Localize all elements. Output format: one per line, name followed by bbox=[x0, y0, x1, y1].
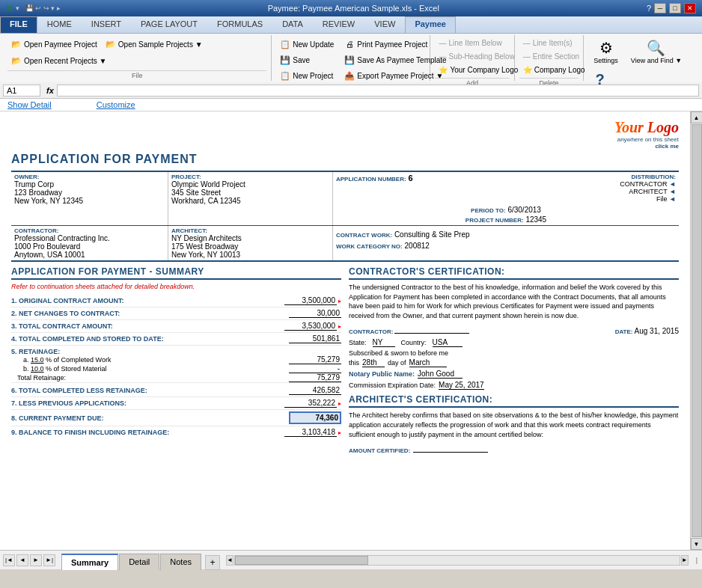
hscroll-right-btn[interactable]: ► bbox=[681, 555, 689, 566]
summary-item-2: 2. Net Changes To Contract: 30,000 bbox=[11, 307, 341, 320]
formula-input[interactable] bbox=[57, 85, 699, 97]
contractor-sign-line bbox=[394, 325, 469, 334]
tab-data[interactable]: DATA bbox=[272, 16, 313, 33]
delete-line-items-btn[interactable]: — Line Item(s) bbox=[519, 37, 589, 49]
contractor-date-row: Contractor: Date: Aug 31, 2015 bbox=[349, 325, 679, 335]
tab-home[interactable]: HOME bbox=[37, 16, 82, 33]
distribution-label: Distribution: bbox=[620, 174, 676, 180]
new-update-btn[interactable]: 📋 New Update bbox=[276, 37, 338, 52]
save-btn[interactable]: 💾 Save bbox=[276, 52, 338, 67]
folder3-icon: 📂 bbox=[11, 56, 22, 67]
show-detail-link[interactable]: Show Detail bbox=[7, 100, 52, 109]
scroll-down-btn[interactable]: ▼ bbox=[691, 538, 703, 550]
item2-value: 30,000 bbox=[289, 309, 341, 318]
your-company-logo-btn[interactable]: ⭐ Your Company Logo bbox=[435, 64, 522, 76]
scroll-up-btn[interactable]: ▲ bbox=[691, 111, 703, 123]
contractors-cert: Contractor's Certification: The undersig… bbox=[349, 266, 679, 390]
retainage-a: a. 15.0 % of Completed Work 75,279 bbox=[11, 355, 341, 364]
certifications-section: Contractor's Certification: The undersig… bbox=[349, 266, 679, 454]
state-value: NY bbox=[373, 338, 395, 347]
nav-prev-btn[interactable]: ◄ bbox=[16, 554, 28, 566]
summary-item-7: 7. Less Previous Applications: 352,222 ▸ bbox=[11, 397, 341, 410]
view-find-btn[interactable]: 🔍 View and Find ▼ bbox=[626, 37, 686, 66]
two-col-section: Application For Payment - Summary Refer … bbox=[11, 266, 679, 454]
title-bar-left: X ▾ 💾 ↩ ↪ ▾ ▸ bbox=[6, 3, 61, 14]
summary-sub: Refer to continuation sheets attached fo… bbox=[11, 283, 341, 290]
contractors-cert-title: Contractor's Certification: bbox=[349, 266, 679, 280]
tab-paymee[interactable]: Paymee bbox=[405, 16, 456, 33]
country-label: Country: bbox=[401, 339, 427, 346]
dist-item-0: CONTRACTOR ◄ bbox=[620, 180, 676, 188]
commission-label: Commission Expiration Date: bbox=[349, 382, 436, 389]
item1-arrow: ▸ bbox=[338, 298, 341, 304]
settings-btn[interactable]: ⚙ Settings bbox=[588, 37, 623, 67]
item7-value: 352,222 bbox=[284, 399, 337, 408]
close-btn[interactable]: ✕ bbox=[684, 3, 696, 13]
add-sheet-btn[interactable]: + bbox=[205, 555, 220, 570]
cell-reference[interactable]: A1 bbox=[3, 85, 40, 97]
sheet-tab-notes[interactable]: Notes bbox=[160, 554, 201, 570]
architect-addr1: 175 West Broadway bbox=[171, 242, 329, 251]
sheet-tab-detail[interactable]: Detail bbox=[119, 554, 159, 570]
delete-entire-section-btn[interactable]: — Entire Section bbox=[519, 50, 589, 63]
sub-heading-icon: — bbox=[439, 52, 446, 61]
retainage-b: b. 10.0 % of Stored Material - bbox=[11, 364, 341, 373]
logo-text[interactable]: Your Logo bbox=[614, 119, 679, 136]
retainage-b-label: b. 10.0 % of Stored Material bbox=[23, 365, 107, 373]
project-number-value: 12345 bbox=[525, 215, 546, 224]
company-logo-btn[interactable]: ⭐ Company Logo bbox=[519, 64, 589, 76]
hscroll-track[interactable] bbox=[234, 555, 680, 566]
day-value: March bbox=[409, 358, 447, 367]
open-sample-projects-btn[interactable]: 📂 Open Sample Projects ▼ bbox=[102, 37, 207, 52]
logo-sub1: anywhere on this sheet bbox=[11, 136, 679, 143]
open-paymee-project-btn[interactable]: 📂 Open Paymee Project bbox=[7, 37, 101, 52]
line-item-below-btn[interactable]: — Line Item Below bbox=[435, 37, 522, 49]
amount-certified-row: Amount Certified: bbox=[349, 444, 679, 454]
architect-name: NY Design Architects bbox=[171, 234, 329, 242]
sub-heading-below-btn[interactable]: — Sub-Heading Below bbox=[435, 50, 522, 63]
nav-next-btn[interactable]: ► bbox=[30, 554, 42, 566]
minimize-btn[interactable]: ─ bbox=[654, 3, 666, 13]
formula-function-btn[interactable]: fx bbox=[46, 86, 54, 95]
scroll-thumb[interactable] bbox=[692, 124, 702, 537]
nav-first-btn[interactable]: |◄ bbox=[3, 554, 15, 566]
item1-label: 1. Original Contract Amount: bbox=[11, 297, 124, 304]
file-group-label: File bbox=[7, 70, 266, 79]
retainage-a-value: 75,279 bbox=[289, 355, 341, 364]
save-icon: 💾 bbox=[280, 55, 290, 65]
contractor-row: Contractor: Professional Contracting Inc… bbox=[11, 225, 679, 262]
maximize-btn[interactable]: □ bbox=[669, 3, 681, 13]
item3-label: 3. Total Contract Amount: bbox=[11, 322, 113, 330]
tab-review[interactable]: REVIEW bbox=[313, 16, 364, 33]
project-name: Olympic World Project bbox=[171, 180, 329, 189]
hscroll-left-btn[interactable]: ◄ bbox=[226, 555, 234, 566]
new-update-icon: 📋 bbox=[280, 39, 290, 49]
ribbon-group-delete: — Line Item(s) — Entire Section ⭐ Compan… bbox=[515, 35, 585, 81]
nav-last-btn[interactable]: ►| bbox=[43, 554, 55, 566]
architects-cert-title: Architect's Certification: bbox=[349, 394, 679, 408]
item4-value: 501,861 bbox=[289, 334, 341, 343]
tab-page-layout[interactable]: PAGE LAYOUT bbox=[131, 16, 207, 33]
item6-label: 6. Total Completed Less Retainage: bbox=[11, 387, 147, 394]
tab-file[interactable]: FILE bbox=[0, 16, 37, 33]
help-btn[interactable]: ? bbox=[647, 4, 651, 13]
item6-value: 426,582 bbox=[289, 386, 341, 395]
ribbon-group-file: 📂 Open Paymee Project 📂 Open Sample Proj… bbox=[3, 35, 272, 81]
project-addr1: 345 Site Street bbox=[171, 189, 329, 197]
work-category-label: Work Category No: bbox=[336, 243, 403, 250]
contractor-cell: Contractor: Professional Contracting Inc… bbox=[11, 226, 168, 260]
summary-item-8: 8. Current Payment Due: 74,360 bbox=[11, 410, 341, 426]
notary-label: Notary Public Name: bbox=[349, 370, 415, 378]
tab-formulas[interactable]: FORMULAS bbox=[207, 16, 272, 33]
customize-link[interactable]: Customize bbox=[97, 100, 135, 109]
vertical-scrollbar[interactable]: ▲ ▼ bbox=[690, 111, 702, 550]
tab-view[interactable]: VIEW bbox=[364, 16, 405, 33]
new-project-btn[interactable]: 📋 New Project bbox=[276, 68, 338, 83]
sheet-tab-summary[interactable]: Summary bbox=[61, 554, 118, 570]
item7-label: 7. Less Previous Applications: bbox=[11, 399, 126, 407]
contractor-addr1: 1000 Pro Boulevard bbox=[14, 242, 165, 251]
info-row1: Owner: Trump Corp 123 Broadway New York,… bbox=[11, 171, 679, 225]
tab-insert[interactable]: INSERT bbox=[82, 16, 131, 33]
item9-label: 9. Balance To Finish Including Retainage… bbox=[11, 429, 169, 436]
open-recent-projects-btn[interactable]: 📂 Open Recent Projects ▼ bbox=[7, 53, 111, 69]
